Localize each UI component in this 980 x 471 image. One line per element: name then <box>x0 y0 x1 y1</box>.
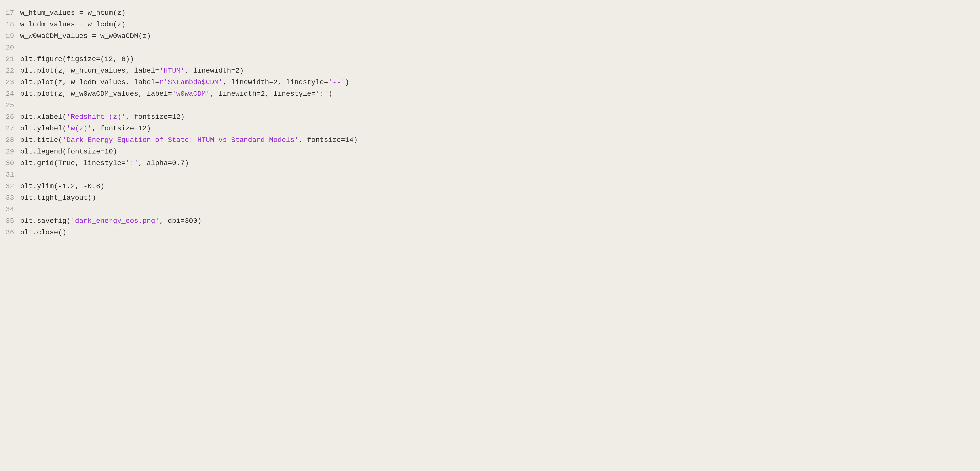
line-content: plt.plot(z, w_w0waCDM_values, label='w0w… <box>20 88 332 100</box>
line-number: 32 <box>5 182 20 190</box>
line-number: 30 <box>5 159 20 167</box>
code-token: plt.title( <box>20 136 62 144</box>
line-number: 23 <box>5 78 20 86</box>
code-token: plt.figure(figsize=(12, 6)) <box>20 55 134 63</box>
line-content <box>20 100 24 111</box>
code-token: plt.ylabel( <box>20 124 67 132</box>
line-content: plt.close() <box>20 227 67 239</box>
code-token: plt.ylim(-1.2, -0.8) <box>20 182 105 190</box>
line-number: 25 <box>5 102 20 109</box>
line-number: 26 <box>5 113 20 121</box>
code-token: , fontsize=12) <box>126 113 185 121</box>
code-token: plt.plot(z, w_htum_values, label= <box>20 67 159 75</box>
line-number: 18 <box>5 21 20 29</box>
code-token: ) <box>345 78 349 86</box>
code-line: 29plt.legend(fontsize=10) <box>0 146 980 158</box>
line-number: 20 <box>5 44 20 51</box>
code-token: plt.plot(z, w_w0waCDM_values, label= <box>20 90 172 98</box>
code-line: 36plt.close() <box>0 227 980 239</box>
code-token: ':' <box>315 90 328 98</box>
code-token: ) <box>328 90 332 98</box>
line-number: 31 <box>5 171 20 178</box>
code-token: plt.grid(True, linestyle= <box>20 159 126 167</box>
line-content <box>20 169 24 181</box>
line-content: plt.xlabel('Redshift (z)', fontsize=12) <box>20 111 185 123</box>
line-number: 24 <box>5 90 20 98</box>
code-line: 30plt.grid(True, linestyle=':', alpha=0.… <box>0 158 980 169</box>
code-line: 28plt.title('Dark Energy Equation of Sta… <box>0 135 980 146</box>
code-line: 34 <box>0 204 980 216</box>
code-token: 'HTUM' <box>159 67 185 75</box>
line-content: plt.savefig('dark_energy_eos.png', dpi=3… <box>20 216 202 227</box>
line-content: plt.tight_layout() <box>20 193 96 204</box>
code-token: 'Dark Energy Equation of State: HTUM vs … <box>62 136 299 144</box>
code-line: 17w_htum_values = w_htum(z) <box>0 8 980 19</box>
line-number: 17 <box>5 9 20 17</box>
code-line: 21plt.figure(figsize=(12, 6)) <box>0 54 980 65</box>
line-content: w_htum_values = w_htum(z) <box>20 8 126 19</box>
code-token: plt.plot(z, w_lcdm_values, label= <box>20 78 159 86</box>
code-token: ':' <box>126 159 138 167</box>
line-number: 27 <box>5 124 20 132</box>
line-number: 33 <box>5 194 20 202</box>
line-content: plt.figure(figsize=(12, 6)) <box>20 54 134 65</box>
line-number: 36 <box>5 229 20 236</box>
line-number: 21 <box>5 55 20 63</box>
code-line: 18w_lcdm_values = w_lcdm(z) <box>0 19 980 31</box>
line-content: plt.legend(fontsize=10) <box>20 146 117 158</box>
line-content <box>20 204 24 215</box>
code-token: 'dark_energy_eos.png' <box>71 217 159 225</box>
line-number: 19 <box>5 32 20 40</box>
line-content <box>20 42 24 54</box>
line-number: 35 <box>5 217 20 225</box>
code-token: , linewidth=2, linestyle= <box>210 90 315 98</box>
code-token: , fontsize=14) <box>299 136 358 144</box>
code-token: 'Redshift (z)' <box>67 113 126 121</box>
code-token: plt.close() <box>20 229 67 236</box>
code-token: w_lcdm_values = w_lcdm(z) <box>20 21 126 29</box>
code-line: 23plt.plot(z, w_lcdm_values, label=r'$\L… <box>0 77 980 88</box>
code-token: , alpha=0.7) <box>138 159 189 167</box>
line-number: 28 <box>5 136 20 144</box>
code-line: 32plt.ylim(-1.2, -0.8) <box>0 181 980 193</box>
line-content: plt.title('Dark Energy Equation of State… <box>20 135 358 146</box>
code-token: , linewidth=2, linestyle= <box>223 78 328 86</box>
code-block: 17w_htum_values = w_htum(z)18w_lcdm_valu… <box>0 5 980 241</box>
code-line: 24plt.plot(z, w_w0waCDM_values, label='w… <box>0 88 980 100</box>
code-token: r'$\Lambda$CDM' <box>159 78 223 86</box>
code-line: 19w_w0waCDM_values = w_w0waCDM(z) <box>0 31 980 42</box>
line-content: plt.plot(z, w_lcdm_values, label=r'$\Lam… <box>20 77 349 88</box>
line-number: 22 <box>5 67 20 75</box>
line-number: 34 <box>5 205 20 213</box>
code-token: plt.xlabel( <box>20 113 67 121</box>
code-token: plt.legend(fontsize=10) <box>20 148 117 156</box>
code-token: 'w0waCDM' <box>172 90 210 98</box>
line-content: plt.plot(z, w_htum_values, label='HTUM',… <box>20 65 244 76</box>
code-token: , linewidth=2) <box>185 67 243 75</box>
line-number: 29 <box>5 148 20 156</box>
code-line: 26plt.xlabel('Redshift (z)', fontsize=12… <box>0 111 980 123</box>
code-line: 22plt.plot(z, w_htum_values, label='HTUM… <box>0 65 980 77</box>
code-container: 17w_htum_values = w_htum(z)18w_lcdm_valu… <box>0 0 980 246</box>
code-token: plt.tight_layout() <box>20 194 96 202</box>
code-token: '--' <box>328 78 345 86</box>
code-token: plt.savefig( <box>20 217 71 225</box>
code-line: 35plt.savefig('dark_energy_eos.png', dpi… <box>0 216 980 227</box>
code-token: , fontsize=12) <box>92 124 151 132</box>
line-content: w_w0waCDM_values = w_w0waCDM(z) <box>20 31 151 42</box>
code-line: 20 <box>0 42 980 54</box>
code-line: 33plt.tight_layout() <box>0 193 980 204</box>
code-line: 25 <box>0 100 980 111</box>
line-content: plt.grid(True, linestyle=':', alpha=0.7) <box>20 158 189 169</box>
code-token: , dpi=300) <box>159 217 202 225</box>
code-line: 31 <box>0 169 980 181</box>
line-content: w_lcdm_values = w_lcdm(z) <box>20 19 126 30</box>
code-token: 'w(z)' <box>67 124 92 132</box>
code-token: w_htum_values = w_htum(z) <box>20 9 126 17</box>
code-line: 27plt.ylabel('w(z)', fontsize=12) <box>0 123 980 135</box>
line-content: plt.ylabel('w(z)', fontsize=12) <box>20 123 151 134</box>
line-content: plt.ylim(-1.2, -0.8) <box>20 181 105 192</box>
code-token: w_w0waCDM_values = w_w0waCDM(z) <box>20 32 151 40</box>
